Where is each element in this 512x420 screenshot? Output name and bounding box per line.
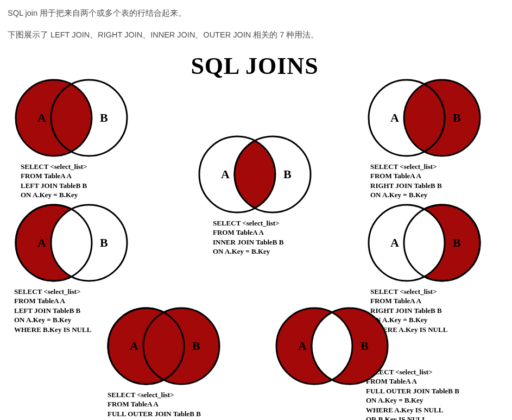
venn-diagram: A B <box>8 77 135 159</box>
label-b: B <box>453 236 461 249</box>
label-b: B <box>192 339 200 353</box>
label-b: B <box>453 111 461 124</box>
label-a: A <box>37 236 46 249</box>
venn-diagram: A B <box>8 202 135 284</box>
venn-diagram: A B <box>268 305 396 387</box>
venn-full-excl-join: A B SELECT <select_list> FROM TableA A F… <box>268 305 459 421</box>
sql-left-join: SELECT <select_list> FROM TableA A LEFT … <box>21 162 135 200</box>
venn-diagram: A B <box>361 202 488 284</box>
sql-right-join: SELECT <select_list> FROM TableA A RIGHT… <box>370 162 488 200</box>
sql-full-join: SELECT <select_list> FROM TableA A FULL … <box>108 390 227 421</box>
venn-inner-join: A B SELECT <select_list> FROM TableA A I… <box>191 134 319 256</box>
sql-joins-figure: SQL JOINS A B SELECT <select_list> FROM … <box>8 51 502 421</box>
label-a: A <box>390 236 399 249</box>
sql-inner-join: SELECT <select_list> FROM TableA A INNER… <box>213 218 319 256</box>
svg-point-10 <box>369 205 445 281</box>
venn-right-join: A B SELECT <select_list> FROM TableA A R… <box>361 77 488 200</box>
label-a: A <box>221 167 230 181</box>
svg-point-13 <box>143 308 219 384</box>
venn-diagram: A B <box>191 134 319 215</box>
label-a: A <box>298 339 307 353</box>
label-b: B <box>100 111 108 124</box>
label-a: A <box>390 111 399 124</box>
label-b: B <box>283 167 292 181</box>
venn-left-join: A B SELECT <select_list> FROM TableA A L… <box>8 77 135 200</box>
venn-diagram: A B <box>361 77 488 159</box>
intro-line-2: 下图展示了 LEFT JOIN、RIGHT JOIN、INNER JOIN、OU… <box>8 29 504 41</box>
venn-diagram: A B <box>100 305 227 387</box>
label-a: A <box>37 111 46 124</box>
label-a: A <box>130 339 138 353</box>
intro-line-1: SQL join 用于把来自两个或多个表的行结合起来。 <box>8 8 504 20</box>
figure-title: SQL JOINS <box>8 52 502 80</box>
label-b: B <box>100 236 108 249</box>
label-b: B <box>361 339 369 353</box>
venn-full-join: A B SELECT <select_list> FROM TableA A F… <box>100 305 227 421</box>
svg-point-7 <box>51 205 127 281</box>
